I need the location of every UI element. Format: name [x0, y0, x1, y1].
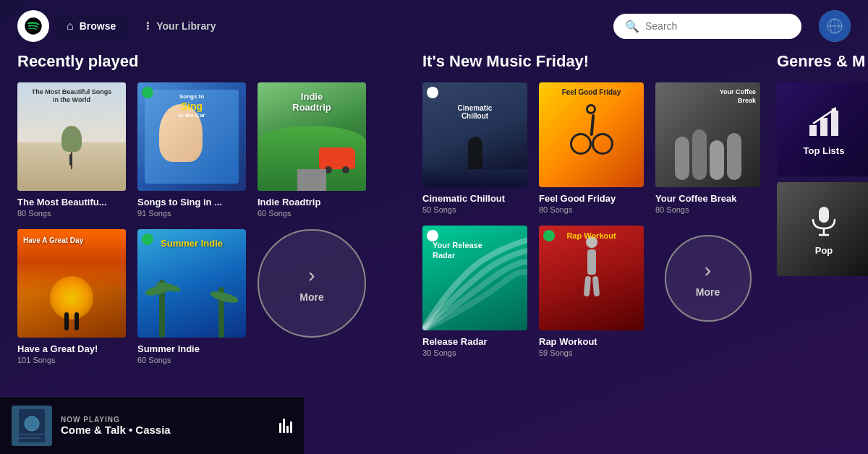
genre-pop[interactable]: Pop [777, 182, 868, 276]
card-indie-roadtrip-label: Indie Roadtrip [258, 197, 366, 207]
card-rap-workout[interactable]: Rap Workout Rap Workout 59 Songs [539, 226, 644, 357]
card-beautiful-songs-label: The Most Beautifu... [17, 197, 126, 207]
card-coffee-break-sub: 80 Songs [655, 205, 760, 214]
card-have-great-day-sub: 101 Songs [17, 356, 126, 364]
now-playing-bar: NOW PLAYING Come & Talk • Cassia [0, 396, 304, 454]
card-release-radar-sub: 30 Songs [422, 348, 527, 357]
home-icon: ⌂ [67, 20, 74, 33]
navbar: ⌂ Browse ⫶ Your Library 🔍 [0, 0, 868, 52]
card-have-great-day-label: Have a Great Day! [17, 343, 126, 354]
bar-1 [279, 423, 281, 433]
card-indie-roadtrip-sub: 60 Songs [258, 209, 366, 218]
main-content: Recently played [0, 52, 868, 396]
card-rap-workout-label: Rap Workout [539, 336, 644, 347]
recently-played-row2: Have A Great Day Have a Great Day! 101 S… [17, 229, 393, 364]
card-indie-roadtrip[interactable]: Indie Roadtrip Indie Roadtrip 60 Songs [258, 82, 366, 218]
microphone-icon [806, 203, 842, 239]
spotify-logo[interactable] [17, 10, 49, 42]
card-feel-good-label: Feel Good Friday [539, 193, 644, 204]
now-playing-track: Come & Talk • Cassia [61, 424, 271, 436]
card-feel-good-friday[interactable]: Feel Good Friday Feel Good Friday 80 Son… [539, 82, 644, 214]
genre-top-lists-label: Top Lists [804, 145, 845, 156]
genre-top-lists[interactable]: Top Lists [777, 82, 868, 176]
svg-rect-7 [820, 118, 827, 136]
chart-icon [806, 103, 842, 140]
spotify-badge-songs-sing [142, 87, 153, 98]
card-cinematic-sub: 50 Songs [422, 205, 527, 214]
card-release-radar-label: Release Radar [422, 336, 527, 347]
card-coffee-break-label: Your Coffee Break [655, 193, 760, 204]
card-summer-indie-label: Summer Indie [137, 343, 246, 354]
library-icon: ⫶ [145, 20, 150, 33]
card-songs-sing[interactable]: Songs toSingin the Car Songs to Sing in … [137, 82, 246, 218]
card-release-radar[interactable]: Your ReleaseRadar Release Radar 30 Songs [422, 226, 527, 357]
more-new-music[interactable]: › More [655, 226, 760, 330]
recently-played-title: Recently played [17, 52, 393, 71]
now-playing-info: NOW PLAYING Come & Talk • Cassia [61, 416, 271, 436]
now-playing-label: NOW PLAYING [61, 416, 271, 424]
avatar[interactable] [819, 10, 851, 42]
more-recently-played-btn[interactable]: › More [258, 229, 366, 338]
new-music-title: It's New Music Friday! [422, 52, 760, 71]
new-music-row2: Your ReleaseRadar Release Radar 30 Songs [422, 226, 760, 357]
search-input[interactable] [645, 20, 790, 32]
search-bar: 🔍 [613, 14, 801, 39]
svg-rect-8 [831, 111, 838, 136]
card-feel-good-sub: 80 Songs [539, 205, 644, 214]
more-new-music-btn[interactable]: › More [665, 235, 752, 322]
card-songs-sing-label: Songs to Sing in ... [137, 197, 246, 207]
more-new-music-label: More [696, 286, 720, 298]
browse-label: Browse [80, 20, 116, 32]
genres-section: Genres & M Top Lists [777, 52, 868, 396]
more-recently-played[interactable]: › More [258, 229, 366, 338]
recently-played-section: Recently played [17, 52, 422, 396]
card-summer-indie-sub: 60 Songs [137, 356, 246, 364]
new-music-section: It's New Music Friday! CinematicChillout [422, 52, 777, 396]
svg-rect-6 [809, 125, 817, 136]
genres-title: Genres & M [777, 52, 868, 71]
svg-rect-10 [819, 207, 829, 223]
more-recently-played-label: More [299, 291, 323, 303]
more-chevron-icon: › [308, 264, 315, 287]
card-cinematic-label: Cinematic Chillout [422, 193, 527, 204]
card-rap-workout-sub: 59 Songs [539, 348, 644, 357]
audio-visualizer [279, 419, 292, 433]
card-beautiful-songs-sub: 80 Songs [17, 209, 126, 218]
card-beautiful-songs[interactable]: The Most Beautiful Songs in the World Th… [17, 82, 126, 218]
new-music-row1: CinematicChillout Cinematic Chillout 50 … [422, 82, 760, 214]
svg-point-15 [25, 416, 39, 431]
card-have-great-day[interactable]: Have A Great Day Have a Great Day! 101 S… [17, 229, 126, 364]
bar-3 [286, 426, 289, 433]
search-icon: 🔍 [625, 20, 639, 33]
card-summer-indie[interactable]: Summer Indie Summer Indie 60 Songs [137, 229, 246, 364]
bar-2 [283, 419, 285, 433]
library-label: Your Library [156, 20, 216, 32]
bar-4 [290, 421, 292, 433]
card-coffee-break[interactable]: Your CoffeeBreak Your Coffee Break 80 So… [655, 82, 760, 214]
library-button[interactable]: ⫶ Your Library [133, 14, 227, 38]
genre-pop-label: Pop [815, 245, 833, 256]
card-cinematic-chillout[interactable]: CinematicChillout Cinematic Chillout 50 … [422, 82, 527, 214]
browse-button[interactable]: ⌂ Browse [55, 14, 127, 38]
now-playing-thumbnail [12, 406, 52, 446]
recently-played-row1: The Most Beautiful Songs in the World Th… [17, 82, 393, 218]
card-songs-sing-sub: 91 Songs [137, 209, 246, 218]
more-new-music-chevron-icon: › [705, 259, 711, 282]
